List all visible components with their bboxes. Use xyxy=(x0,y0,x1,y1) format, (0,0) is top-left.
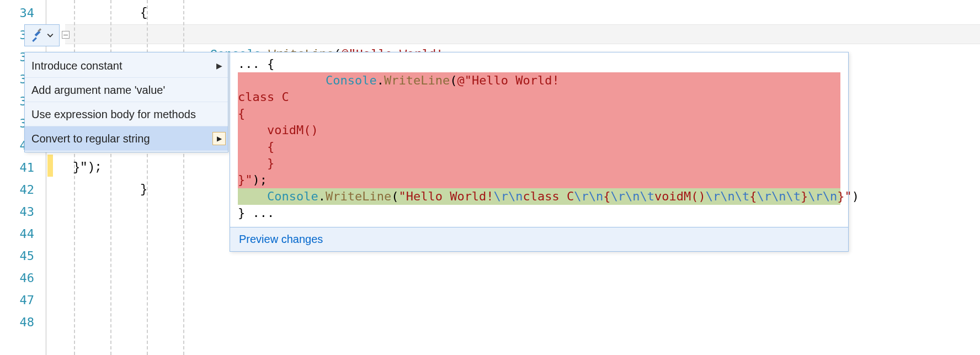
menu-item-convert-to-regular-string[interactable]: Convert to regular string ▶ xyxy=(25,126,228,151)
menu-item-label: Convert to regular string xyxy=(31,133,150,145)
code-line: }"); xyxy=(73,158,102,178)
diff-added-line: Console.WriteLine("Hello World!\r\nclass… xyxy=(238,188,840,205)
svg-rect-0 xyxy=(35,30,41,36)
diff-removed-line: { xyxy=(238,105,840,122)
menu-item-label: Add argument name 'value' xyxy=(31,84,165,96)
diff-context-line: } xyxy=(238,206,245,220)
menu-item-use-expression-body[interactable]: Use expression body for methods xyxy=(25,102,228,126)
submenu-arrow-icon: ▶ xyxy=(216,54,222,78)
line-number: 47 xyxy=(0,290,34,310)
line-number: 41 xyxy=(0,158,34,178)
preview-panel: ... { Console.WriteLine(@"Hello World! c… xyxy=(230,52,849,252)
code-line: { xyxy=(140,3,147,23)
line-number: 48 xyxy=(0,312,34,332)
diff-context-line: ... xyxy=(238,57,260,71)
line-number: 45 xyxy=(0,246,34,266)
preview-footer: Preview changes xyxy=(230,227,848,251)
diff-removed-line: } xyxy=(238,155,840,172)
diff-removed-line: voidM() xyxy=(238,122,840,139)
line-number: 42 xyxy=(0,180,34,200)
menu-item-introduce-constant[interactable]: Introduce constant ▶ xyxy=(25,54,228,78)
diff-context-line: { xyxy=(267,57,274,71)
preview-diff: ... { Console.WriteLine(@"Hello World! c… xyxy=(230,52,848,227)
change-marker xyxy=(47,155,53,177)
diff-removed-line: }"); xyxy=(238,172,840,188)
chevron-down-icon xyxy=(47,32,54,39)
menu-item-add-argument-name[interactable]: Add argument name 'value' xyxy=(25,78,228,102)
line-number: 46 xyxy=(0,268,34,288)
screwdriver-icon xyxy=(30,28,45,43)
code-line: } xyxy=(140,180,147,200)
diff-removed-line: class C xyxy=(238,89,840,105)
diff-removed-line: { xyxy=(238,139,840,155)
code-line: Console.WriteLine(@"Hello World! xyxy=(181,25,443,45)
line-number: 43 xyxy=(0,202,34,222)
menu-item-label: Use expression body for methods xyxy=(31,108,196,120)
diff-context-line: ... xyxy=(253,206,275,220)
menu-item-label: Introduce constant xyxy=(31,60,122,72)
line-number: 34 xyxy=(0,3,34,23)
diff-removed-line: Console.WriteLine(@"Hello World! xyxy=(238,72,840,89)
submenu-arrow-icon: ▶ xyxy=(212,132,226,145)
quick-actions-menu: Introduce constant ▶ Add argument name '… xyxy=(24,52,228,152)
quick-actions-button[interactable] xyxy=(24,24,60,46)
preview-changes-link[interactable]: Preview changes xyxy=(239,233,323,245)
line-number: 44 xyxy=(0,224,34,244)
